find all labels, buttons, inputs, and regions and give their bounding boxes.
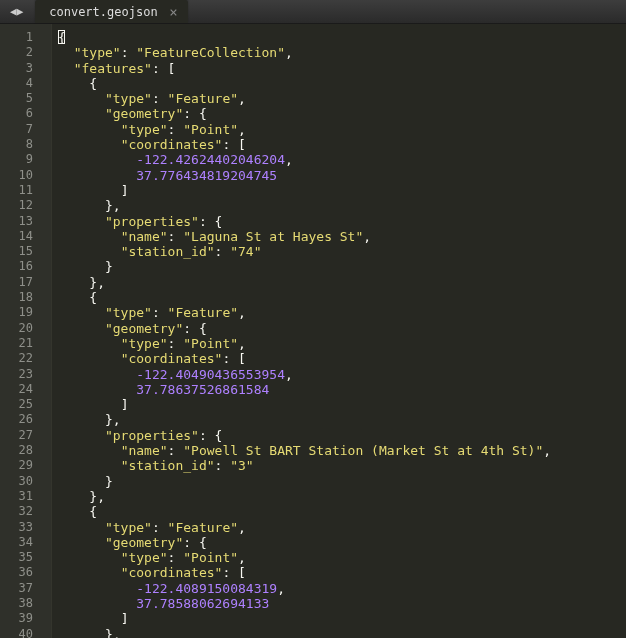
- line-number: 16: [0, 259, 51, 274]
- nav-forward-icon[interactable]: ▶: [17, 5, 22, 18]
- code-line: "name": "Laguna St at Hayes St",: [58, 229, 626, 244]
- tab-file[interactable]: convert.geojson ×: [35, 0, 187, 23]
- line-number: 19: [0, 305, 51, 320]
- code-line: "properties": {: [58, 214, 626, 229]
- code-line: "name": "Powell St BART Station (Market …: [58, 443, 626, 458]
- code-line: -122.4089150084319,: [58, 581, 626, 596]
- code-line: "coordinates": [: [58, 137, 626, 152]
- cursor: [58, 30, 65, 44]
- line-number: 24: [0, 382, 51, 397]
- code-line: ]: [58, 397, 626, 412]
- line-number: 26: [0, 412, 51, 427]
- code-line: "properties": {: [58, 428, 626, 443]
- line-number: 4: [0, 76, 51, 91]
- line-number: 1: [0, 30, 51, 45]
- code-line: 37.776434819204745: [58, 168, 626, 183]
- line-number: 28: [0, 443, 51, 458]
- line-number: 11: [0, 183, 51, 198]
- code-line: 37.78637526861584: [58, 382, 626, 397]
- code-area[interactable]: { "type": "FeatureCollection", "features…: [52, 24, 626, 638]
- line-number: 10: [0, 168, 51, 183]
- code-line: "coordinates": [: [58, 565, 626, 580]
- line-number: 7: [0, 122, 51, 137]
- code-line: "coordinates": [: [58, 351, 626, 366]
- line-number: 33: [0, 520, 51, 535]
- code-line: ]: [58, 611, 626, 626]
- code-line: "geometry": {: [58, 535, 626, 550]
- line-number: 37: [0, 581, 51, 596]
- code-line: }: [58, 259, 626, 274]
- editor: 1234567891011121314151617181920212223242…: [0, 24, 626, 638]
- titlebar: ◀ ▶ convert.geojson ×: [0, 0, 626, 24]
- code-line: {: [58, 290, 626, 305]
- line-number: 2: [0, 45, 51, 60]
- code-line: },: [58, 489, 626, 504]
- code-line: "type": "Point",: [58, 336, 626, 351]
- code-line: "type": "Point",: [58, 550, 626, 565]
- code-line: },: [58, 627, 626, 638]
- line-number: 21: [0, 336, 51, 351]
- code-line: "geometry": {: [58, 321, 626, 336]
- line-number: 40: [0, 627, 51, 638]
- code-line: "type": "Feature",: [58, 520, 626, 535]
- code-line: "type": "Point",: [58, 122, 626, 137]
- nav-back-icon[interactable]: ◀: [10, 5, 15, 18]
- code-line: "station_id": "74": [58, 244, 626, 259]
- code-line: -122.40490436553954,: [58, 367, 626, 382]
- line-number: 13: [0, 214, 51, 229]
- line-number: 3: [0, 61, 51, 76]
- line-number-gutter: 1234567891011121314151617181920212223242…: [0, 24, 52, 638]
- line-number: 31: [0, 489, 51, 504]
- code-line: },: [58, 198, 626, 213]
- code-line: 37.78588062694133: [58, 596, 626, 611]
- line-number: 32: [0, 504, 51, 519]
- code-line: }: [58, 474, 626, 489]
- line-number: 8: [0, 137, 51, 152]
- code-line: },: [58, 412, 626, 427]
- line-number: 15: [0, 244, 51, 259]
- line-number: 18: [0, 290, 51, 305]
- line-number: 5: [0, 91, 51, 106]
- line-number: 38: [0, 596, 51, 611]
- line-number: 22: [0, 351, 51, 366]
- line-number: 27: [0, 428, 51, 443]
- line-number: 12: [0, 198, 51, 213]
- tab-filename: convert.geojson: [49, 5, 157, 19]
- close-icon[interactable]: ×: [169, 5, 177, 19]
- line-number: 6: [0, 106, 51, 121]
- code-line: "type": "Feature",: [58, 91, 626, 106]
- nav-arrows: ◀ ▶: [0, 5, 21, 18]
- code-line: -122.42624402046204,: [58, 152, 626, 167]
- line-number: 17: [0, 275, 51, 290]
- code-line: "features": [: [58, 61, 626, 76]
- line-number: 23: [0, 367, 51, 382]
- code-line: ]: [58, 183, 626, 198]
- line-number: 30: [0, 474, 51, 489]
- line-number: 36: [0, 565, 51, 580]
- line-number: 34: [0, 535, 51, 550]
- code-line: {: [58, 504, 626, 519]
- line-number: 35: [0, 550, 51, 565]
- code-line: },: [58, 275, 626, 290]
- line-number: 14: [0, 229, 51, 244]
- line-number: 20: [0, 321, 51, 336]
- code-line: {: [58, 76, 626, 91]
- line-number: 39: [0, 611, 51, 626]
- line-number: 9: [0, 152, 51, 167]
- code-line: {: [58, 30, 626, 45]
- code-line: "type": "FeatureCollection",: [58, 45, 626, 60]
- code-line: "type": "Feature",: [58, 305, 626, 320]
- code-line: "geometry": {: [58, 106, 626, 121]
- line-number: 29: [0, 458, 51, 473]
- code-line: "station_id": "3": [58, 458, 626, 473]
- line-number: 25: [0, 397, 51, 412]
